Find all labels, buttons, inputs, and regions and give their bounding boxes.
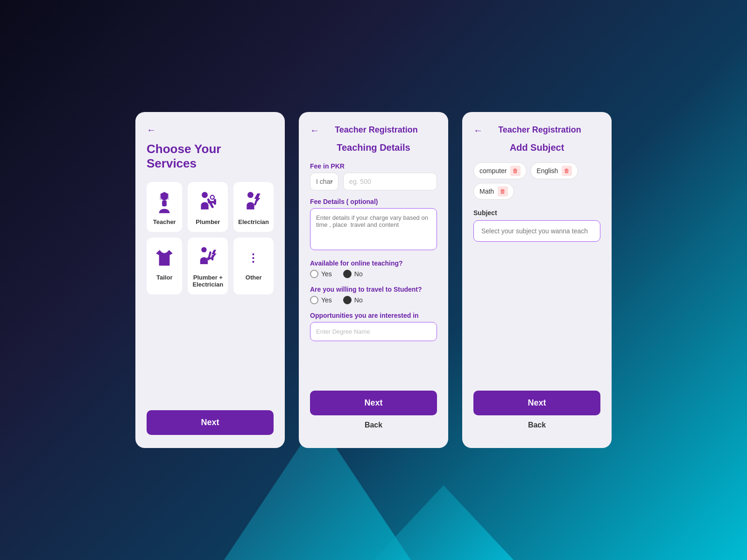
subject-tag-english: English 🗑 — [530, 162, 578, 179]
fee-details-label: Fee Details ( optional) — [310, 198, 437, 205]
travel-no-option[interactable]: No — [343, 296, 363, 304]
fee-select[interactable]: I charge .. Per Hour Per Month Per Sessi… — [310, 173, 338, 190]
tailor-icon — [152, 246, 176, 270]
fee-pkr-group: Fee in PKR I charge .. Per Hour Per Mont… — [310, 162, 437, 190]
svg-rect-3 — [162, 201, 167, 207]
service-item-plumber-electrician[interactable]: Plumber + Electrician — [188, 238, 228, 294]
subject-tag-math: Math 🗑 — [473, 183, 514, 200]
service-item-tailor[interactable]: Tailor — [147, 238, 182, 294]
service-label-plumber-electrician: Plumber + Electrician — [192, 274, 223, 288]
fee-amount-input[interactable] — [343, 173, 437, 190]
travel-group: Are you willing to travel to Student? Ye… — [310, 286, 437, 304]
card1-next-button[interactable]: Next — [147, 410, 274, 435]
travel-no-label: No — [354, 296, 363, 304]
plumber-electrician-icon — [196, 246, 220, 270]
online-yes-option[interactable]: Yes — [310, 270, 332, 278]
electrician-icon — [241, 190, 266, 215]
other-icon: ⋮ — [241, 246, 266, 270]
card2-next-button[interactable]: Next — [310, 391, 437, 415]
plumber-icon — [196, 190, 220, 215]
service-item-plumber[interactable]: Plumber — [188, 182, 228, 232]
card1-back-arrow[interactable]: ← — [147, 125, 156, 134]
online-radio-group: Yes No — [310, 270, 437, 278]
subject-input[interactable] — [473, 220, 600, 242]
opportunities-group: Opportunities you are interested in — [310, 312, 437, 341]
service-item-other[interactable]: ⋮ Other — [233, 238, 274, 294]
tag-math-label: Math — [479, 188, 494, 195]
tag-english-delete[interactable]: 🗑 — [562, 166, 572, 176]
service-label-plumber: Plumber — [196, 218, 220, 225]
card2-header: ← Teacher Registration — [310, 125, 437, 135]
tag-computer-label: computer — [479, 167, 507, 175]
subject-tags-container: computer 🗑 English 🗑 Math 🗑 — [473, 162, 600, 200]
card3-next-button[interactable]: Next — [473, 391, 600, 415]
card1-title: Choose Your Services — [147, 142, 274, 171]
travel-label: Are you willing to travel to Student? — [310, 286, 437, 293]
service-item-teacher[interactable]: Teacher — [147, 182, 182, 232]
online-yes-label: Yes — [321, 270, 332, 278]
card2-back-arrow[interactable]: ← — [310, 126, 319, 135]
service-label-other: Other — [246, 274, 262, 281]
travel-yes-radio[interactable] — [310, 296, 318, 304]
online-yes-radio[interactable] — [310, 270, 318, 278]
card-teaching-details: ← Teacher Registration Teaching Details … — [299, 112, 448, 448]
subject-tag-computer: computer 🗑 — [473, 162, 527, 179]
service-item-electrician[interactable]: Electrician — [233, 182, 274, 232]
fee-details-textarea[interactable] — [310, 208, 437, 250]
svg-rect-8 — [214, 199, 216, 205]
tag-computer-delete[interactable]: 🗑 — [510, 166, 521, 176]
online-no-radio[interactable] — [343, 270, 352, 278]
card2-section-title: Teaching Details — [310, 142, 437, 153]
card2-header-title: Teacher Registration — [325, 125, 437, 135]
subject-field-label: Subject — [473, 209, 600, 217]
card3-header: ← Teacher Registration — [473, 125, 600, 135]
travel-radio-group: Yes No — [310, 296, 437, 304]
online-teaching-label: Available for online teaching? — [310, 259, 437, 267]
travel-yes-label: Yes — [321, 296, 332, 304]
opportunities-input[interactable] — [310, 322, 437, 341]
teacher-icon — [152, 190, 176, 215]
online-no-option[interactable]: No — [343, 270, 363, 278]
card-choose-services: ← Choose Your Services Teacher — [135, 112, 285, 448]
card3-header-title: Teacher Registration — [488, 125, 600, 135]
tag-english-label: English — [536, 167, 558, 175]
fee-pkr-label: Fee in PKR — [310, 162, 437, 170]
opportunities-label: Opportunities you are interested in — [310, 312, 437, 319]
travel-yes-option[interactable]: Yes — [310, 296, 332, 304]
svg-point-9 — [247, 192, 254, 198]
service-label-electrician: Electrician — [238, 218, 269, 225]
svg-rect-16 — [211, 255, 213, 260]
travel-no-radio[interactable] — [343, 296, 352, 304]
service-label-teacher: Teacher — [153, 218, 176, 225]
services-grid: Teacher Plumber — [147, 182, 274, 294]
subject-input-group: Subject — [473, 209, 600, 242]
card3-section-title: Add Subject — [473, 142, 600, 153]
fee-row: I charge .. Per Hour Per Month Per Sessi… — [310, 173, 437, 190]
card3-back-button[interactable]: Back — [473, 415, 600, 435]
card1-header: ← — [147, 125, 274, 134]
card3-back-arrow[interactable]: ← — [473, 126, 483, 135]
online-teaching-group: Available for online teaching? Yes No — [310, 259, 437, 278]
service-label-tailor: Tailor — [156, 274, 172, 281]
fee-details-group: Fee Details ( optional) — [310, 198, 437, 252]
svg-point-12 — [202, 247, 207, 252]
tag-math-delete[interactable]: 🗑 — [498, 186, 508, 196]
svg-point-6 — [211, 196, 214, 199]
fee-select-wrapper: I charge .. Per Hour Per Month Per Sessi… — [310, 173, 338, 190]
online-no-label: No — [354, 270, 363, 278]
svg-point-4 — [202, 192, 208, 198]
card2-back-button[interactable]: Back — [310, 415, 437, 435]
card-add-subject: ← Teacher Registration Add Subject compu… — [462, 112, 612, 448]
